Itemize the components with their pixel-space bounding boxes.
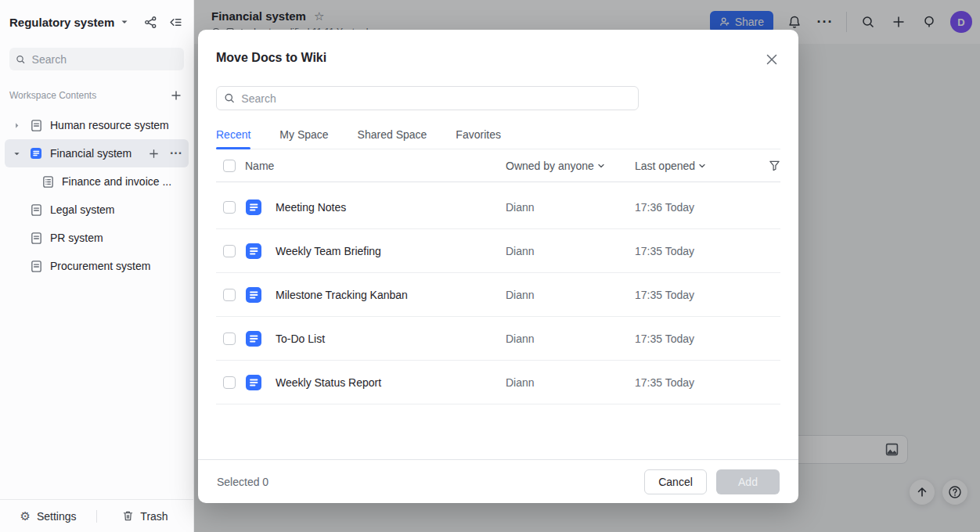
doc-name: Meeting Notes: [276, 201, 506, 214]
doc-row-meeting-notes[interactable]: Meeting Notes Diann 17:36 Today: [216, 185, 780, 229]
doc-last-opened: 17:35 Today: [635, 332, 694, 345]
doc-name: Milestone Tracking Kanban: [276, 289, 506, 301]
gear-icon: ⚙: [20, 510, 30, 522]
doc-owner: Diann: [506, 245, 635, 257]
doc-filled-blue-icon: [29, 146, 43, 160]
sidebar: Regulatory system Workspace Contents: [0, 0, 194, 532]
sidebar-item-procurement-system[interactable]: Procurement system: [5, 252, 189, 280]
add-content-icon[interactable]: [170, 89, 182, 102]
tab-favorites[interactable]: Favorites: [456, 120, 501, 149]
move-docs-to-wiki-dialog: Move Docs to Wiki Recent My Space Shared…: [198, 30, 798, 503]
tab-shared-space[interactable]: Shared Space: [358, 120, 427, 149]
trash-icon: [122, 510, 134, 522]
doc-row-weekly-team-briefing[interactable]: Weekly Team Briefing Diann 17:35 Today: [216, 229, 780, 273]
sidebar-item-legal-system[interactable]: Legal system: [5, 196, 189, 224]
table-header: Name Owned by anyone Last opened: [216, 149, 780, 182]
search-icon: [16, 54, 26, 65]
workspace-switcher[interactable]: Regulatory system: [0, 0, 193, 44]
doc-icon: [245, 199, 262, 216]
doc-name: Weekly Status Report: [276, 376, 506, 389]
row-checkbox[interactable]: [223, 201, 236, 214]
column-name: Name: [245, 160, 506, 172]
doc-name: To-Do List: [276, 332, 506, 345]
sidebar-search-input[interactable]: [32, 53, 178, 66]
collapse-sidebar-icon[interactable]: [169, 16, 182, 29]
doc-outline-icon: [29, 118, 43, 132]
workspace-contents-header: Workspace Contents: [0, 89, 193, 102]
doc-icon: [245, 286, 262, 304]
settings-label: Settings: [37, 510, 77, 523]
sheet-outline-icon: [41, 174, 55, 189]
row-checkbox[interactable]: [223, 332, 236, 345]
dialog-footer: Selected 0 Cancel Add: [198, 459, 798, 503]
close-icon[interactable]: [762, 50, 781, 69]
cancel-button[interactable]: Cancel: [644, 469, 707, 494]
settings-button[interactable]: ⚙ Settings: [0, 510, 96, 523]
doc-last-opened: 17:36 Today: [635, 201, 694, 214]
doc-icon: [245, 243, 262, 260]
chevron-down-icon: [698, 162, 706, 170]
doc-outline-icon: [29, 203, 43, 217]
sidebar-item-label: PR system: [50, 232, 103, 244]
column-owner-filter[interactable]: Owned by anyone: [506, 160, 635, 172]
dialog-search[interactable]: [216, 86, 639, 110]
trash-button[interactable]: Trash: [97, 510, 193, 523]
row-checkbox[interactable]: [223, 245, 236, 257]
doc-owner: Diann: [506, 201, 635, 214]
sidebar-search[interactable]: [9, 48, 184, 70]
dialog-tabs: Recent My Space Shared Space Favorites: [216, 120, 780, 149]
sidebar-item-finance-and-invoice[interactable]: Finance and invoice ...: [5, 167, 189, 196]
last-opened-label: Last opened: [635, 160, 695, 172]
trash-label: Trash: [140, 510, 168, 523]
sidebar-item-label: Financial system: [50, 147, 132, 160]
doc-icon: [245, 330, 262, 347]
share-network-icon[interactable]: [144, 16, 157, 29]
doc-owner: Diann: [506, 332, 635, 345]
sidebar-footer: ⚙ Settings Trash: [0, 499, 193, 532]
doc-list: Meeting Notes Diann 17:36 Today Weekly T…: [216, 182, 780, 404]
doc-outline-icon: [29, 259, 43, 273]
workspace-title: Regulatory system: [9, 16, 114, 29]
chevron-right-icon[interactable]: [9, 122, 23, 129]
chevron-down-icon: [121, 18, 128, 26]
row-checkbox[interactable]: [223, 376, 236, 389]
column-last-opened-sort[interactable]: Last opened: [635, 160, 706, 172]
add-page-icon[interactable]: [148, 148, 160, 160]
sidebar-item-label: Human resource system: [50, 119, 169, 131]
sidebar-item-label: Procurement system: [50, 260, 150, 272]
sidebar-item-human-resource-system[interactable]: Human resource system: [5, 111, 189, 139]
doc-last-opened: 17:35 Today: [635, 245, 694, 257]
doc-row-milestone-tracking-kanban[interactable]: Milestone Tracking Kanban Diann 17:35 To…: [216, 273, 780, 317]
selected-count: Selected 0: [217, 476, 268, 488]
app-window: Financial system ☆ Last modified 11:11 Y…: [0, 0, 980, 532]
doc-icon: [245, 374, 262, 391]
doc-last-opened: 17:35 Today: [635, 376, 694, 389]
item-more-icon[interactable]: ···: [170, 146, 182, 160]
tab-my-space[interactable]: My Space: [279, 120, 328, 149]
doc-outline-icon: [29, 231, 43, 245]
row-checkbox[interactable]: [223, 289, 236, 301]
doc-owner: Diann: [506, 376, 635, 389]
dialog-search-input[interactable]: [241, 92, 631, 105]
search-icon: [224, 92, 235, 104]
workspace-tree: Human resource system Financial system ·…: [0, 111, 193, 280]
tab-recent[interactable]: Recent: [216, 120, 250, 149]
dialog-title: Move Docs to Wiki: [216, 51, 326, 65]
doc-owner: Diann: [506, 289, 635, 301]
select-all-checkbox[interactable]: [223, 160, 236, 172]
doc-last-opened: 17:35 Today: [635, 289, 694, 301]
section-label: Workspace Contents: [9, 90, 96, 101]
doc-name: Weekly Team Briefing: [276, 245, 506, 257]
doc-row-weekly-status-report[interactable]: Weekly Status Report Diann 17:35 Today: [216, 361, 780, 404]
sidebar-item-label: Finance and invoice ...: [62, 175, 171, 188]
chevron-down-icon[interactable]: [9, 150, 23, 157]
sidebar-item-pr-system[interactable]: PR system: [5, 224, 189, 252]
doc-row-to-do-list[interactable]: To-Do List Diann 17:35 Today: [216, 317, 780, 361]
owner-filter-label: Owned by anyone: [506, 160, 594, 172]
sidebar-item-label: Legal system: [50, 203, 114, 216]
filter-icon[interactable]: [769, 160, 780, 171]
sidebar-item-financial-system[interactable]: Financial system ···: [5, 139, 189, 167]
chevron-down-icon: [597, 162, 605, 170]
add-button[interactable]: Add: [716, 469, 780, 494]
